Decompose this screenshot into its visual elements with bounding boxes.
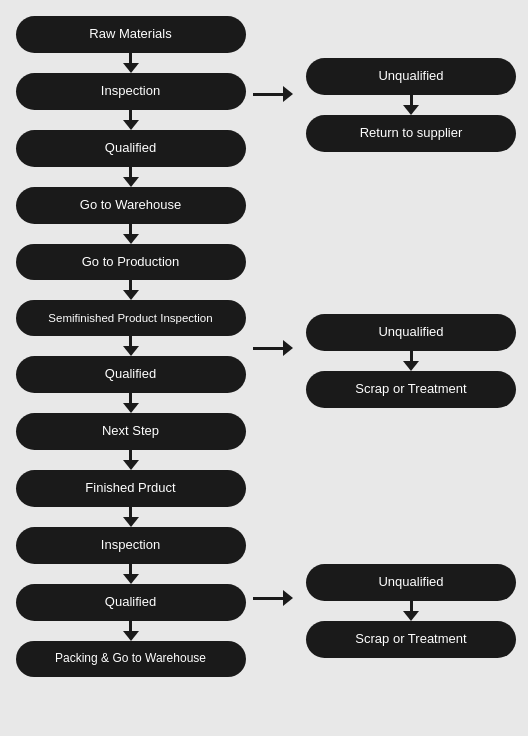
right-arrow-down-3: [403, 601, 419, 621]
arrow-9: [123, 507, 139, 527]
inspection2-node: Inspection: [16, 527, 246, 564]
right-arrow-2: [253, 340, 293, 356]
next-step-node: Next Step: [16, 413, 246, 450]
arrow-3: [123, 167, 139, 187]
arrow-10: [123, 564, 139, 584]
unqualified2-node: Unqualified: [306, 314, 516, 351]
scrap-treatment2-node: Scrap or Treatment: [306, 621, 516, 658]
right-arrow-down-1: [403, 95, 419, 115]
packing-node: Packing & Go to Warehouse: [16, 641, 246, 677]
inspection1-node: Inspection: [16, 73, 246, 110]
arrow-6: [123, 336, 139, 356]
arrow-1: [123, 53, 139, 73]
semifinished-inspection-node: Semifinished Product Inspection: [16, 300, 246, 336]
finished-product-node: Finished Prduct: [16, 470, 246, 507]
right-arrow-3: [253, 590, 293, 606]
return-to-supplier-node: Return to supplier: [306, 115, 516, 152]
raw-materials-node: Raw Materials: [16, 16, 246, 53]
go-to-production-node: Go to Production: [16, 244, 246, 281]
arrow-11: [123, 621, 139, 641]
unqualified3-node: Unqualified: [306, 564, 516, 601]
qualified2-node: Qualified: [16, 356, 246, 393]
arrow-4: [123, 224, 139, 244]
arrow-2: [123, 110, 139, 130]
right-arrow-down-2: [403, 351, 419, 371]
qualified1-node: Qualified: [16, 130, 246, 167]
right-arrow-1: [253, 86, 293, 102]
arrow-5: [123, 280, 139, 300]
scrap-treatment1-node: Scrap or Treatment: [306, 371, 516, 408]
go-to-warehouse-node: Go to Warehouse: [16, 187, 246, 224]
unqualified1-node: Unqualified: [306, 58, 516, 95]
arrow-8: [123, 450, 139, 470]
qualified3-node: Qualified: [16, 584, 246, 621]
arrow-7: [123, 393, 139, 413]
